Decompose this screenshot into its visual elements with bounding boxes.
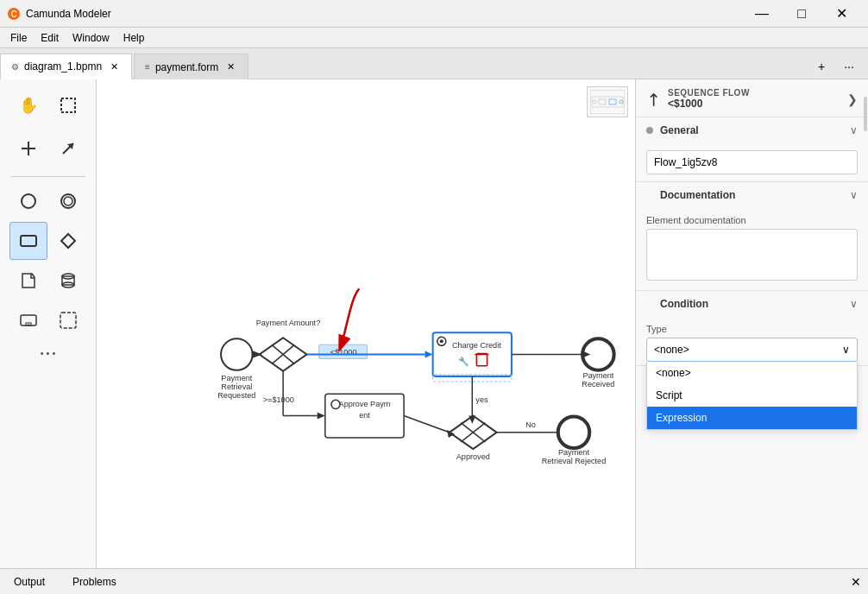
svg-text:Payment: Payment xyxy=(582,371,613,380)
tab-diagram-close[interactable]: ✕ xyxy=(107,60,121,73)
svg-point-9 xyxy=(64,197,72,205)
problems-tab[interactable]: Problems xyxy=(66,572,123,591)
group-tool-button[interactable] xyxy=(49,301,87,339)
window-controls: — □ ✕ xyxy=(742,0,861,28)
svg-text:ent: ent xyxy=(359,411,370,420)
condition-type-select[interactable]: <none> ∨ xyxy=(646,338,858,362)
tab-payment-close[interactable]: ✕ xyxy=(223,60,237,74)
tab-payment[interactable]: ≡ payment.form ✕ xyxy=(134,54,248,79)
boundary-event-tool-button[interactable] xyxy=(49,182,87,220)
documentation-section-content: Element documentation xyxy=(636,208,868,290)
main-layout: ✋ xyxy=(0,79,868,568)
left-toolbar: ✋ xyxy=(0,79,97,568)
subprocess-tool-button[interactable] xyxy=(9,301,47,339)
scrollbar[interactable] xyxy=(863,79,868,568)
svg-text:Approved: Approved xyxy=(456,452,490,461)
title-bar: C Camunda Modeler — □ ✕ xyxy=(0,0,868,28)
task-tool-button[interactable] xyxy=(9,222,47,260)
svg-text:Retrieval Rejected: Retrieval Rejected xyxy=(542,457,607,465)
add-tab-button[interactable]: + xyxy=(809,54,833,79)
sequence-flow-header: ↗ SEQUENCE FLOW <$1000 ❯ xyxy=(636,79,868,117)
sequence-flow-title: SEQUENCE FLOW <$1000 xyxy=(668,88,750,110)
toolbar-group-navigation: ✋ xyxy=(3,86,92,124)
sequence-flow-value: <$1000 xyxy=(668,98,750,110)
svg-text:🔧: 🔧 xyxy=(458,356,469,367)
select-chevron-icon: ∨ xyxy=(842,344,850,356)
maximize-button[interactable]: □ xyxy=(782,0,821,28)
connect-tool-button[interactable] xyxy=(9,130,47,167)
database-tool-button[interactable] xyxy=(49,262,87,300)
condition-section-header[interactable]: Condition ∨ xyxy=(636,291,868,317)
diagram-svg: Payment Retrieval Requested Payment Amou… xyxy=(97,79,635,568)
general-title: General xyxy=(660,124,850,136)
dropdown-item-none[interactable]: <none> xyxy=(647,362,857,384)
menu-window[interactable]: Window xyxy=(66,30,116,46)
svg-text:Payment Amount?: Payment Amount? xyxy=(256,319,321,327)
svg-text:yes: yes xyxy=(475,395,488,404)
svg-rect-2 xyxy=(61,98,75,112)
toolbar-more-button[interactable]: • • • xyxy=(3,344,92,362)
id-input[interactable] xyxy=(646,150,858,174)
svg-marker-11 xyxy=(61,234,75,248)
toolbar-group-shapes xyxy=(3,182,92,339)
menu-help[interactable]: Help xyxy=(116,30,152,46)
data-object-tool-button[interactable] xyxy=(9,262,47,300)
toolbar-divider-1 xyxy=(10,176,85,177)
close-button[interactable]: ✕ xyxy=(821,0,861,28)
svg-rect-10 xyxy=(21,236,36,246)
general-section: General ∨ xyxy=(636,117,868,182)
documentation-section-header[interactable]: Documentation ∨ xyxy=(636,182,868,208)
svg-text:C: C xyxy=(10,9,16,19)
tab-bar: ⚙ diagram_1.bpmn ✕ ≡ payment.form ✕ + ··… xyxy=(0,48,868,79)
condition-section: Condition ∨ Type <none> ∨ <none> Script … xyxy=(636,291,868,366)
condition-chevron-icon[interactable]: ∨ xyxy=(850,298,858,310)
svg-text:Payment: Payment xyxy=(558,448,589,457)
general-dot xyxy=(646,127,653,134)
menu-edit[interactable]: Edit xyxy=(34,30,66,46)
toolbar-more-icon: • • • xyxy=(41,348,56,358)
svg-rect-19 xyxy=(60,313,76,328)
documentation-section: Documentation ∨ Element documentation xyxy=(636,182,868,291)
documentation-title: Documentation xyxy=(646,189,850,201)
toolbar-group-tools xyxy=(3,130,92,167)
gateway-tool-button[interactable] xyxy=(49,222,87,260)
menu-bar: File Edit Window Help xyxy=(0,28,868,48)
hand-tool-button[interactable]: ✋ xyxy=(9,86,47,124)
dropdown-item-expression[interactable]: Expression xyxy=(647,407,857,429)
svg-point-7 xyxy=(22,194,35,208)
canvas[interactable]: Payment Retrieval Requested Payment Amou… xyxy=(97,79,635,568)
output-tab[interactable]: Output xyxy=(7,572,52,591)
svg-text:Charge Credit: Charge Credit xyxy=(452,341,501,350)
more-tabs-button[interactable]: ··· xyxy=(837,54,861,79)
bottom-bar: Output Problems ✕ xyxy=(0,568,868,594)
tab-diagram-icon: ⚙ xyxy=(11,62,19,72)
svg-text:Approve Paym: Approve Paym xyxy=(339,400,391,408)
dropdown-item-script[interactable]: Script xyxy=(647,384,857,407)
arrow-tool-button[interactable] xyxy=(49,130,87,167)
panel-collapse-icon[interactable]: ❯ xyxy=(847,92,858,106)
menu-file[interactable]: File xyxy=(3,30,34,46)
documentation-textarea[interactable] xyxy=(646,229,858,281)
svg-marker-12 xyxy=(22,274,35,288)
right-panel: ↗ SEQUENCE FLOW <$1000 ❯ General ∨ Docum… xyxy=(635,79,868,568)
svg-point-37 xyxy=(440,339,443,343)
minimize-button[interactable]: — xyxy=(742,0,782,28)
general-chevron-icon[interactable]: ∨ xyxy=(850,124,858,136)
documentation-chevron-icon[interactable]: ∨ xyxy=(850,189,858,201)
general-section-header[interactable]: General ∨ xyxy=(636,117,868,143)
bottom-close-button[interactable]: ✕ xyxy=(851,575,861,589)
tab-payment-label: payment.form xyxy=(155,61,218,73)
app-icon: C xyxy=(7,7,21,21)
app-title: Camunda Modeler xyxy=(26,8,742,20)
event-tool-button[interactable] xyxy=(9,182,47,220)
svg-point-69 xyxy=(558,417,590,449)
tab-actions: + ··· xyxy=(809,54,868,79)
svg-text:Received: Received xyxy=(582,380,614,389)
lasso-tool-button[interactable] xyxy=(49,86,87,124)
tab-diagram[interactable]: ⚙ diagram_1.bpmn ✕ xyxy=(0,54,132,79)
svg-text:>=$1000: >=$1000 xyxy=(263,395,294,404)
condition-type-label: Type xyxy=(646,324,858,334)
condition-type-select-wrapper: <none> ∨ <none> Script Expression xyxy=(646,338,858,362)
svg-point-22 xyxy=(221,338,253,370)
minimap[interactable] xyxy=(587,86,628,117)
